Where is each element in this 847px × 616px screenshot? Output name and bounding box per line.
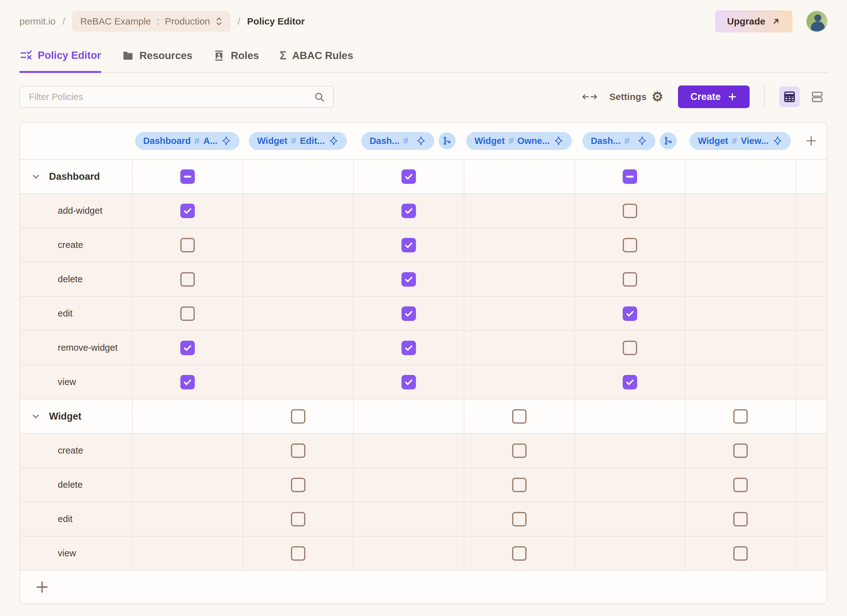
permission-checkbox-unchecked[interactable] bbox=[512, 409, 527, 424]
permission-checkbox-unchecked[interactable] bbox=[180, 238, 195, 253]
permission-cell[interactable] bbox=[685, 502, 795, 536]
tab-abac-rules[interactable]: ΣABAC Rules bbox=[280, 50, 353, 73]
permission-cell[interactable] bbox=[464, 502, 574, 536]
permission-cell[interactable] bbox=[242, 536, 353, 570]
permission-checkbox-checked[interactable] bbox=[401, 375, 416, 389]
settings-button[interactable]: Settings ⚙ bbox=[609, 90, 663, 103]
derived-role-badge[interactable] bbox=[438, 132, 456, 149]
permission-cell[interactable] bbox=[353, 365, 464, 399]
permission-checkbox-checked[interactable] bbox=[401, 238, 416, 253]
role-chip[interactable]: Dash...# bbox=[583, 132, 655, 150]
add-resource-button[interactable] bbox=[32, 578, 52, 597]
role-chip[interactable]: Widget#View... bbox=[690, 132, 791, 150]
permission-checkbox-unchecked[interactable] bbox=[623, 272, 637, 287]
permission-checkbox-checked[interactable] bbox=[401, 169, 416, 184]
permission-cell[interactable] bbox=[242, 434, 353, 467]
permission-cell[interactable] bbox=[132, 365, 242, 399]
chevron-down-icon[interactable] bbox=[31, 411, 41, 421]
permission-cell[interactable] bbox=[353, 160, 464, 193]
permission-cell[interactable] bbox=[464, 434, 574, 467]
permission-checkbox-checked[interactable] bbox=[401, 272, 416, 287]
role-chip[interactable]: Dashboard#A... bbox=[135, 132, 240, 150]
permission-checkbox-checked[interactable] bbox=[180, 341, 195, 355]
permission-checkbox-checked[interactable] bbox=[401, 204, 416, 218]
permission-cell[interactable] bbox=[464, 536, 574, 570]
derived-role-badge[interactable] bbox=[660, 132, 677, 149]
permission-checkbox-checked[interactable] bbox=[623, 375, 637, 389]
permission-checkbox-checked[interactable] bbox=[623, 306, 637, 321]
permission-checkbox-unchecked[interactable] bbox=[291, 409, 305, 424]
role-chip[interactable]: Widget#Owne... bbox=[466, 132, 572, 150]
permission-cell[interactable] bbox=[132, 297, 242, 330]
permission-cell[interactable] bbox=[464, 399, 574, 433]
sparkle-icon bbox=[773, 136, 783, 146]
permission-checkbox-unchecked[interactable] bbox=[291, 478, 305, 492]
permission-cell[interactable] bbox=[132, 263, 242, 296]
chevron-down-icon[interactable] bbox=[31, 171, 41, 182]
permission-checkbox-unchecked[interactable] bbox=[623, 204, 637, 218]
tab-resources[interactable]: Resources bbox=[122, 50, 193, 73]
permission-cell[interactable] bbox=[574, 263, 685, 296]
role-chip[interactable]: Widget#Edit... bbox=[249, 132, 347, 150]
permission-cell[interactable] bbox=[353, 331, 464, 365]
permission-checkbox-checked[interactable] bbox=[401, 341, 416, 355]
tab-roles[interactable]: Roles bbox=[213, 50, 259, 73]
permission-cell[interactable] bbox=[242, 468, 353, 502]
permission-cell[interactable] bbox=[132, 331, 242, 365]
permission-checkbox-unchecked[interactable] bbox=[512, 478, 527, 492]
permission-checkbox-unchecked[interactable] bbox=[291, 443, 305, 458]
permission-cell[interactable] bbox=[574, 228, 685, 262]
user-avatar[interactable] bbox=[806, 11, 828, 32]
permission-cell[interactable] bbox=[685, 536, 795, 570]
permission-cell[interactable] bbox=[353, 263, 464, 296]
permission-cell[interactable] bbox=[353, 297, 464, 330]
permission-checkbox-checked[interactable] bbox=[180, 375, 195, 389]
upgrade-button[interactable]: Upgrade bbox=[715, 10, 792, 32]
add-role-column-button[interactable] bbox=[795, 123, 827, 159]
permission-cell[interactable] bbox=[353, 194, 464, 227]
filter-policies-input[interactable] bbox=[19, 86, 333, 108]
breadcrumb-org[interactable]: permit.io bbox=[19, 16, 56, 27]
permission-checkbox-unchecked[interactable] bbox=[291, 546, 305, 561]
permission-checkbox-unchecked[interactable] bbox=[733, 478, 748, 492]
permission-cell[interactable] bbox=[574, 365, 685, 399]
permission-checkbox-unchecked[interactable] bbox=[733, 443, 748, 458]
permission-cell[interactable] bbox=[574, 331, 685, 365]
permission-checkbox-unchecked[interactable] bbox=[180, 272, 195, 287]
permission-checkbox-unchecked[interactable] bbox=[733, 409, 748, 424]
expand-columns-icon[interactable] bbox=[581, 93, 598, 101]
role-chip[interactable]: Dash...# bbox=[361, 132, 434, 150]
permission-checkbox-unchecked[interactable] bbox=[180, 306, 195, 321]
permission-checkbox-unchecked[interactable] bbox=[623, 341, 637, 355]
permission-cell[interactable] bbox=[132, 228, 242, 262]
permission-cell[interactable] bbox=[685, 434, 795, 467]
permission-cell[interactable] bbox=[353, 228, 464, 262]
permission-checkbox-checked[interactable] bbox=[401, 306, 416, 321]
permission-cell[interactable] bbox=[685, 399, 795, 433]
permission-cell[interactable] bbox=[464, 468, 574, 502]
permission-cell[interactable] bbox=[574, 297, 685, 330]
permission-checkbox-unchecked[interactable] bbox=[512, 512, 527, 526]
permission-checkbox-unchecked[interactable] bbox=[512, 443, 527, 458]
permission-checkbox-unchecked[interactable] bbox=[291, 512, 305, 526]
grid-view-toggle[interactable] bbox=[779, 86, 800, 107]
permission-cell[interactable] bbox=[242, 502, 353, 536]
environment-selector[interactable]: ReBAC Example : Production bbox=[72, 11, 230, 32]
permission-checkbox-indeterminate[interactable] bbox=[623, 169, 637, 184]
permission-checkbox-checked[interactable] bbox=[180, 204, 195, 218]
permission-cell[interactable] bbox=[574, 160, 685, 193]
permission-checkbox-unchecked[interactable] bbox=[512, 546, 527, 561]
permission-cell[interactable] bbox=[132, 194, 242, 227]
permission-cell[interactable] bbox=[685, 468, 795, 502]
tab-policy-editor[interactable]: Policy Editor bbox=[19, 49, 101, 73]
permission-checkbox-unchecked[interactable] bbox=[733, 512, 748, 526]
plus-icon bbox=[804, 134, 818, 148]
permission-checkbox-indeterminate[interactable] bbox=[180, 169, 195, 184]
create-button[interactable]: Create bbox=[678, 86, 750, 108]
permission-cell[interactable] bbox=[132, 160, 242, 193]
permission-cell[interactable] bbox=[242, 399, 353, 433]
permission-checkbox-unchecked[interactable] bbox=[733, 546, 748, 561]
list-view-toggle[interactable] bbox=[807, 86, 828, 107]
permission-cell[interactable] bbox=[574, 194, 685, 227]
permission-checkbox-unchecked[interactable] bbox=[623, 238, 637, 253]
